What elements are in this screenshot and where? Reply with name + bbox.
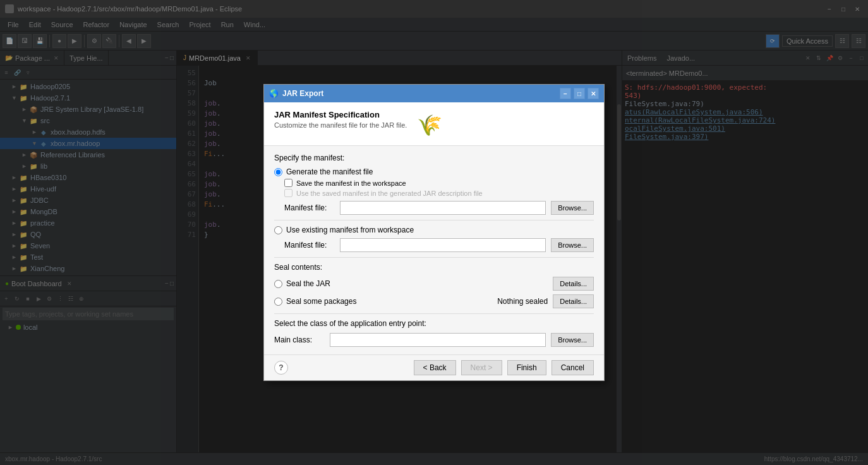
entry-point-section: Select the class of the application entr…: [274, 319, 594, 347]
help-button[interactable]: ?: [274, 361, 288, 375]
manifest-file-row-1: Manifest file: Browse...: [284, 201, 594, 215]
seal-jar-right: Details...: [553, 277, 594, 291]
divider-1: [274, 220, 594, 220]
back-button[interactable]: < Back: [414, 360, 456, 375]
radio-existing-row: Use existing manifest from workspace: [274, 226, 594, 234]
seal-jar-row: Seal the JAR Details...: [274, 277, 594, 291]
checkbox-save-workspace-label: Save the manifest in the workspace: [296, 179, 406, 187]
dialog-maximize-button[interactable]: □: [574, 88, 585, 99]
dialog-close-button[interactable]: ✕: [588, 88, 599, 99]
radio-generate-label: Generate the manifest file: [286, 167, 373, 176]
radio-seal-jar[interactable]: [274, 280, 282, 288]
dialog-header-text: JAR Manifest Specification Customize the…: [274, 110, 407, 129]
manifest-input-2[interactable]: [340, 238, 546, 252]
radio-seal-packages[interactable]: [274, 298, 282, 306]
radio-seal-packages-label: Seal some packages: [286, 297, 356, 306]
finish-button[interactable]: Finish: [507, 360, 546, 375]
browse-button-2[interactable]: Browse...: [551, 238, 594, 252]
main-class-input[interactable]: [330, 333, 546, 347]
dialog-header-subtitle: Customize the manifest file for the JAR …: [274, 121, 407, 129]
checkbox-use-saved-label: Use the saved manifest in the generated …: [296, 190, 483, 197]
seal-packages-right: Nothing sealed Details...: [497, 294, 594, 308]
seal-contents-label: Seal contents:: [274, 263, 594, 272]
dialog-overlay: 🌎 JAR Export − □ ✕ JAR Manifest Specific…: [0, 0, 868, 465]
browse-button-1[interactable]: Browse...: [551, 201, 594, 215]
checkbox-save-workspace-row: Save the manifest in the workspace: [284, 179, 594, 187]
entry-point-label: Select the class of the application entr…: [274, 319, 594, 328]
jar-icon-display: 🌾: [414, 110, 445, 140]
browse-button-3[interactable]: Browse...: [551, 333, 594, 347]
details-button-2[interactable]: Details...: [553, 294, 594, 308]
seal-jar-left: Seal the JAR: [274, 279, 330, 288]
radio-seal-jar-label: Seal the JAR: [286, 279, 330, 288]
radio-generate-row: Generate the manifest file: [274, 167, 594, 176]
divider-3: [274, 313, 594, 314]
radio-generate[interactable]: [274, 168, 282, 176]
cancel-button[interactable]: Cancel: [552, 360, 594, 375]
radio-existing[interactable]: [274, 226, 282, 234]
divider-2: [274, 257, 594, 258]
dialog-jar-title-icon: 🌎: [269, 89, 279, 98]
checkbox-use-saved[interactable]: [284, 189, 292, 197]
dialog-header: JAR Manifest Specification Customize the…: [264, 102, 604, 146]
main-class-label: Main class:: [274, 335, 325, 344]
seal-packages-row: Seal some packages Nothing sealed Detail…: [274, 294, 594, 308]
manifest-input-1[interactable]: [340, 201, 546, 215]
dialog-header-title: JAR Manifest Specification: [274, 110, 407, 119]
dialog-title-label: JAR Export: [282, 89, 323, 98]
nothing-sealed-label: Nothing sealed: [497, 297, 548, 306]
checkbox-use-saved-row: Use the saved manifest in the generated …: [284, 189, 594, 197]
dialog-minimize-button[interactable]: −: [560, 88, 571, 99]
dialog-body: Specify the manifest: Generate the manif…: [264, 146, 604, 354]
dialog-title-bar: 🌎 JAR Export − □ ✕: [264, 85, 604, 102]
jar-export-dialog: 🌎 JAR Export − □ ✕ JAR Manifest Specific…: [263, 84, 605, 381]
manifest-label-2: Manifest file:: [284, 241, 335, 250]
dialog-win-controls[interactable]: − □ ✕: [560, 88, 599, 99]
radio-existing-label: Use existing manifest from workspace: [286, 226, 414, 234]
seal-packages-left: Seal some packages: [274, 297, 356, 306]
radio-group-generate: Generate the manifest file Save the mani…: [274, 167, 594, 197]
entry-row: Main class: Browse...: [274, 333, 594, 347]
checkbox-save-workspace[interactable]: [284, 179, 292, 187]
next-button[interactable]: Next >: [461, 360, 502, 375]
dialog-buttons: ? < Back Next > Finish Cancel: [264, 354, 604, 380]
manifest-label-1: Manifest file:: [284, 203, 335, 212]
manifest-file-row-2: Manifest file: Browse...: [284, 238, 594, 252]
specify-manifest-label: Specify the manifest:: [274, 154, 594, 162]
details-button-1[interactable]: Details...: [553, 277, 594, 291]
